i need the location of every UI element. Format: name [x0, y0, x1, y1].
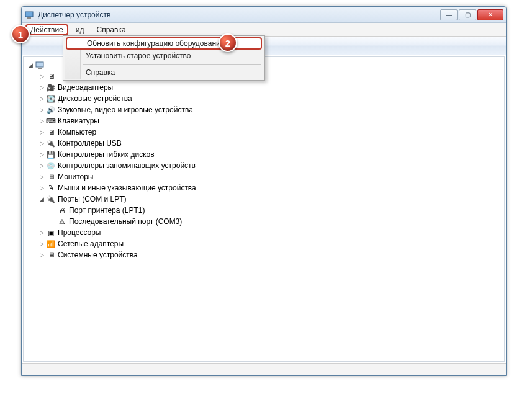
- twisty-icon[interactable]: ▷: [38, 71, 45, 82]
- menu-view-fragment[interactable]: ид: [71, 24, 89, 35]
- annotation-badge-2: 2: [219, 33, 237, 52]
- tree-node-label: Дисковые устройства: [58, 93, 132, 104]
- tree-node-label: Последовательный порт (COM3): [69, 216, 182, 227]
- tree-node-label: Мыши и иные указывающие устройства: [58, 182, 196, 194]
- device-category-icon: 🔊: [46, 105, 56, 115]
- device-category-icon: 🖥: [46, 127, 56, 137]
- twisty-icon[interactable]: ▷: [38, 82, 45, 93]
- tree-node[interactable]: ◢🔌Порты (COM и LPT): [25, 194, 503, 205]
- tree-node[interactable]: ▷🖥Мониторы: [25, 171, 503, 182]
- twisty-icon[interactable]: ▷: [38, 182, 45, 194]
- statusbar: [22, 363, 506, 375]
- device-category-icon: 🖥: [46, 71, 56, 81]
- twisty-icon[interactable]: ▷: [38, 127, 45, 138]
- tree-node-label: Клавиатуры: [58, 115, 99, 127]
- titlebar[interactable]: Диспетчер устройств — ▢ ✕: [22, 7, 506, 23]
- device-category-icon: ⚠: [57, 216, 67, 226]
- menubar: Действие ид Справка Обновить конфигураци…: [22, 23, 506, 37]
- twisty-icon[interactable]: ▷: [38, 238, 45, 249]
- tree-node[interactable]: ▷🖥Компьютер: [25, 127, 503, 138]
- device-category-icon: 🎥: [46, 83, 56, 92]
- tree-node[interactable]: ▷🖱Мыши и иные указывающие устройства: [25, 182, 503, 194]
- tree-node-label: Процессоры: [58, 227, 101, 238]
- svg-rect-2: [36, 62, 43, 67]
- tree-node-label: Сетевые адаптеры: [58, 238, 124, 249]
- device-category-icon: 🖥: [46, 250, 56, 260]
- twisty-icon[interactable]: ▷: [38, 138, 45, 149]
- tree-node-label: Мониторы: [58, 171, 93, 182]
- tree-node[interactable]: ▷⌨Клавиатуры: [25, 115, 503, 127]
- tree-node-label: Контроллеры запоминающих устройств: [58, 160, 196, 171]
- menu-help[interactable]: Справка: [91, 24, 130, 35]
- tree-node[interactable]: ▷🎥Видеоадаптеры: [25, 82, 503, 93]
- tree-node[interactable]: ▷🖥Системные устройства: [25, 249, 503, 261]
- annotation-badge-1: 1: [11, 25, 30, 43]
- twisty-icon[interactable]: ▷: [38, 160, 45, 171]
- tree-node-label: Системные устройства: [58, 249, 138, 261]
- menu-add-legacy[interactable]: Установить старое устройство: [65, 50, 263, 62]
- device-category-icon: 🔌: [46, 138, 56, 148]
- device-tree[interactable]: ◢ ▷🖥▷🎥Видеоадаптеры▷💽Дисковые устройства…: [24, 57, 504, 361]
- maximize-button[interactable]: ▢: [459, 9, 476, 20]
- device-category-icon: 🖱: [46, 183, 56, 193]
- device-category-icon: 💽: [46, 94, 56, 104]
- twisty-icon[interactable]: ◢: [27, 60, 34, 71]
- twisty-icon[interactable]: ◢: [38, 194, 45, 205]
- tree-node[interactable]: ▷💿Контроллеры запоминающих устройств: [25, 160, 503, 171]
- dropdown-separator: [83, 64, 261, 65]
- twisty-icon[interactable]: ▷: [38, 93, 45, 104]
- device-manager-window: Диспетчер устройств — ▢ ✕ Действие ид Сп…: [21, 6, 507, 376]
- twisty-icon[interactable]: ▷: [38, 249, 45, 261]
- device-category-icon: 📶: [46, 239, 56, 249]
- device-category-icon: ⌨: [46, 116, 56, 126]
- tree-node[interactable]: ⚠Последовательный порт (COM3): [25, 216, 503, 227]
- twisty-icon[interactable]: ▷: [38, 171, 45, 182]
- close-button[interactable]: ✕: [477, 9, 503, 20]
- menu-action[interactable]: Действие: [25, 24, 68, 35]
- window-controls: — ▢ ✕: [440, 9, 503, 20]
- tree-node-label: Порт принтера (LPT1): [69, 205, 145, 216]
- minimize-button[interactable]: —: [440, 9, 458, 20]
- menu-action-help[interactable]: Справка: [65, 66, 263, 79]
- device-category-icon: 🖥: [46, 172, 56, 182]
- svg-rect-1: [27, 17, 31, 19]
- svg-rect-3: [38, 68, 42, 69]
- window-title: Диспетчер устройств: [38, 11, 440, 19]
- tree-node-label: Контроллеры USB: [58, 138, 122, 149]
- device-category-icon: 🖨: [57, 205, 67, 215]
- tree-node-label: Компьютер: [58, 127, 96, 138]
- tree-node-label: Звуковые, видео и игровые устройства: [58, 104, 193, 115]
- tree-node[interactable]: ▷📶Сетевые адаптеры: [25, 238, 503, 249]
- device-category-icon: 💾: [46, 149, 56, 159]
- computer-icon: [35, 60, 45, 70]
- twisty-icon[interactable]: ▷: [38, 115, 45, 127]
- device-category-icon: ▣: [46, 228, 56, 238]
- twisty-icon[interactable]: ▷: [38, 104, 45, 115]
- twisty-icon[interactable]: ▷: [38, 227, 45, 238]
- tree-node-label: Видеоадаптеры: [58, 82, 113, 93]
- device-category-icon: 💿: [46, 161, 56, 171]
- tree-node[interactable]: ▷💾Контроллеры гибких дисков: [25, 149, 503, 160]
- tree-node[interactable]: 🖨Порт принтера (LPT1): [25, 205, 503, 216]
- device-category-icon: 🔌: [46, 194, 56, 204]
- tree-node[interactable]: ▷🔊Звуковые, видео и игровые устройства: [25, 104, 503, 115]
- tree-node[interactable]: ▷▣Процессоры: [25, 227, 503, 238]
- tree-node-label: Порты (COM и LPT): [58, 194, 127, 205]
- app-icon: [24, 10, 34, 20]
- tree-node-label: Контроллеры гибких дисков: [58, 149, 155, 160]
- tree-node[interactable]: ▷💽Дисковые устройства: [25, 93, 503, 104]
- svg-rect-0: [25, 12, 33, 17]
- tree-node[interactable]: ▷🔌Контроллеры USB: [25, 138, 503, 149]
- content-area: ◢ ▷🖥▷🎥Видеоадаптеры▷💽Дисковые устройства…: [23, 56, 505, 362]
- twisty-icon[interactable]: ▷: [38, 149, 45, 160]
